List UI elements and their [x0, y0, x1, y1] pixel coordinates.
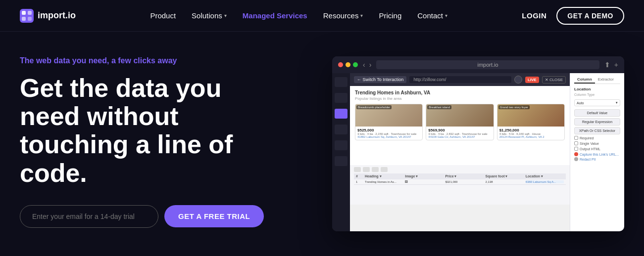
- single-value-checkbox[interactable]: [574, 141, 578, 145]
- page-content: Trending Homes in Ashburn, VA Popular li…: [350, 86, 570, 165]
- inner-toolbar: ← Switch To Interaction http://zillow.co…: [350, 73, 570, 86]
- sidebar-account: [335, 156, 347, 166]
- house-price-2: $569,900: [428, 128, 491, 132]
- redact-icon: [574, 157, 578, 161]
- svg-rect-1: [22, 11, 26, 15]
- house-card-3: Grand two story foyer $1,250,000 4 bds ·…: [497, 104, 565, 140]
- ext-required-row: Required: [574, 136, 620, 140]
- browser-screenshot: ‹ › import.io ⬆ +: [332, 56, 624, 231]
- ext-type-select[interactable]: Auto ▾: [574, 99, 620, 106]
- table-toolbar: [354, 167, 566, 172]
- table-row: 1 Trending Homes in As... 🖼 $321,000 2,1…: [354, 179, 566, 185]
- nav-links: Product Solutions ▾ Managed Services Res…: [150, 11, 447, 20]
- logo-icon: [20, 9, 34, 23]
- logo-text: import.io: [38, 10, 76, 21]
- address-bar: import.io: [376, 60, 599, 69]
- app-sidebar: [332, 73, 350, 231]
- free-trial-button[interactable]: GET A FREE TRIAL: [164, 205, 264, 227]
- inner-url-bar: http://zillow.com/: [409, 76, 511, 83]
- extractor-panel: Column Extractor Location Column Type Au…: [570, 73, 624, 231]
- toolbar-btn-3: [372, 167, 379, 172]
- sidebar-reports: [335, 140, 347, 150]
- hero-section: The web data you need, a few clicks away…: [0, 32, 644, 246]
- house-image-1: Breadcrumb placeholder: [355, 104, 422, 127]
- hero-cta: GET A FREE TRIAL: [20, 205, 312, 228]
- back-icon: ‹: [363, 61, 365, 69]
- tab-extractor[interactable]: Extractor: [595, 76, 617, 84]
- minimize-dot: [346, 62, 350, 67]
- col-num: #: [356, 174, 363, 178]
- nav-contact[interactable]: Contact ▾: [417, 11, 447, 20]
- page-title: Trending Homes in Ashburn, VA: [355, 90, 565, 95]
- switch-interaction-button[interactable]: ← Switch To Interaction: [354, 76, 406, 83]
- house-badge-1: Breadcrumb placeholder: [356, 105, 392, 109]
- single-value-label: Single Value: [580, 142, 599, 145]
- output-html-checkbox[interactable]: [574, 147, 578, 151]
- cell-heading: Trending Homes in As...: [365, 180, 403, 183]
- cell-image: 🖼: [405, 180, 443, 183]
- close-dot: [338, 62, 343, 67]
- house-address-3: 20124 Boxwood Pl, Ashburn, VA 2: [499, 135, 562, 138]
- col-heading: Heading ▾: [365, 174, 403, 178]
- sidebar-extractors: [335, 109, 347, 119]
- col-sqft: Square foot ▾: [486, 174, 524, 178]
- cell-location: 6360 Laburnum Sq A...: [526, 180, 564, 183]
- chevron-down-icon: ▾: [616, 101, 618, 105]
- chevron-down-icon: ▾: [445, 13, 447, 18]
- nav-pricing[interactable]: Pricing: [379, 11, 401, 20]
- house-image-2: Breakfast island: [426, 104, 493, 127]
- browser-content: ← Switch To Interaction http://zillow.co…: [332, 73, 624, 231]
- add-tab-icon: +: [614, 61, 618, 69]
- navigation: import.io Product Solutions ▾ Managed Se…: [0, 0, 644, 32]
- logo[interactable]: import.io: [20, 9, 76, 23]
- house-badge-2: Breakfast island: [427, 105, 451, 109]
- tab-column[interactable]: Column: [574, 76, 595, 84]
- output-html-label: Output HTML: [580, 147, 600, 151]
- required-label: Required: [580, 136, 594, 140]
- forward-icon: ›: [369, 61, 372, 69]
- extractor-tabs: Column Extractor: [574, 76, 620, 84]
- page-subtitle: Popular listings in the area: [355, 96, 565, 101]
- demo-button[interactable]: GET A DEMO: [556, 7, 624, 25]
- house-cards-list: Breadcrumb placeholder $525,000 3 bds · …: [355, 104, 565, 140]
- data-table-area: # Heading ▾ Image ▾ Price ▾ Square foot …: [350, 165, 570, 205]
- toolbar-btn-4: [381, 167, 388, 172]
- nav-managed-services[interactable]: Managed Services: [243, 11, 307, 20]
- house-card-1: Breadcrumb placeholder $525,000 3 bds · …: [355, 104, 423, 140]
- house-price-1: $525,000: [357, 128, 420, 132]
- toolbar-btn-1: [354, 167, 361, 172]
- svg-rect-4: [28, 17, 32, 21]
- chevron-down-icon: ▾: [360, 13, 363, 18]
- maximize-dot: [353, 62, 358, 67]
- nav-solutions[interactable]: Solutions ▾: [192, 11, 227, 20]
- ext-xpath-btn[interactable]: XPath Or CSS Selector: [574, 127, 620, 134]
- sidebar-home: [335, 77, 347, 87]
- nav-actions: LOGIN GET A DEMO: [522, 7, 624, 25]
- browser-dots: [338, 62, 358, 67]
- redact-label[interactable]: Redact PII: [580, 158, 596, 161]
- ext-default-btn[interactable]: Default Value: [574, 109, 620, 117]
- nav-product[interactable]: Product: [150, 11, 176, 20]
- house-badge-3: Grand two story foyer: [498, 105, 530, 109]
- ext-regex-btn[interactable]: Regular Expression: [574, 118, 620, 126]
- close-badge: ✕ CLOSE: [542, 76, 566, 84]
- required-checkbox[interactable]: [574, 136, 578, 140]
- capture-label[interactable]: Capture this Link's URL...: [580, 153, 619, 156]
- toolbar-btn-2: [363, 167, 370, 172]
- svg-rect-0: [20, 9, 34, 23]
- house-price-3: $1,250,000: [499, 128, 562, 132]
- login-button[interactable]: LOGIN: [522, 11, 546, 20]
- chevron-down-icon: ▾: [224, 13, 227, 18]
- ext-output-html-row: Output HTML: [574, 147, 620, 151]
- hero-left: The web data you need, a few clicks away…: [20, 56, 312, 228]
- email-input[interactable]: [20, 205, 158, 228]
- sidebar-transform: [335, 125, 347, 134]
- cell-num: 1: [356, 180, 363, 183]
- hero-title: Get the data you need without touching a…: [20, 74, 312, 187]
- house-address-2: 44108 Gala Cir, Ashburn, VA 20147: [428, 135, 491, 138]
- col-location: Location ▾: [526, 174, 564, 178]
- col-price: Price ▾: [445, 174, 483, 178]
- nav-resources[interactable]: Resources ▾: [323, 11, 363, 20]
- house-card-2: Breakfast island $569,900 3 bds · 4 ba ·…: [426, 104, 494, 140]
- house-info-2: $569,900 3 bds · 4 ba · 2,832 sqft · Tow…: [426, 127, 493, 140]
